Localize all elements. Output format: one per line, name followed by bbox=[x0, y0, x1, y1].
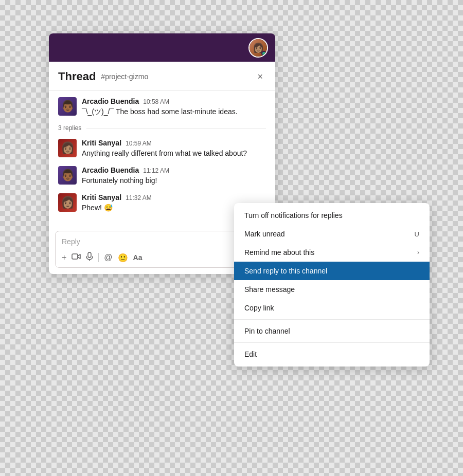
header-avatar[interactable]: 👩🏽 bbox=[248, 38, 268, 58]
mention-icon[interactable]: @ bbox=[104, 253, 112, 262]
message-reply-1: 👩🏽 Kriti Sanyal 10:59 AM Anything really… bbox=[58, 139, 266, 159]
menu-item-send-reply[interactable]: Send reply to this channel bbox=[234, 262, 430, 280]
close-button[interactable]: × bbox=[254, 70, 266, 83]
video-icon[interactable] bbox=[72, 253, 81, 262]
sender-name-reply-3: Kriti Sanyal bbox=[82, 193, 121, 202]
sender-name-1: Arcadio Buendia bbox=[82, 97, 139, 105]
message-text-reply-2: Fortunately nothing big! bbox=[82, 175, 266, 186]
message-meta-1: Arcadio Buendia 10:58 AM bbox=[82, 97, 266, 105]
replies-count: 3 replies bbox=[58, 124, 81, 132]
menu-item-pin[interactable]: Pin to channel bbox=[234, 322, 430, 340]
reply-toolbar: + @ 🙂 Aa bbox=[62, 250, 262, 263]
context-menu-divider-1 bbox=[234, 319, 430, 320]
context-menu: Turn off notifications for replies Mark … bbox=[234, 203, 430, 367]
message-meta-reply-1: Kriti Sanyal 10:59 AM bbox=[82, 139, 266, 147]
thread-title-bar: Thread #project-gizmo × bbox=[49, 62, 275, 91]
online-status-indicator bbox=[261, 51, 266, 56]
menu-item-share[interactable]: Share message bbox=[234, 280, 430, 299]
menu-label-copy-link: Copy link bbox=[244, 304, 274, 312]
message-meta-reply-3: Kriti Sanyal 11:32 AM bbox=[82, 193, 266, 202]
add-icon[interactable]: + bbox=[62, 253, 66, 262]
menu-label-notifications: Turn off notifications for replies bbox=[244, 211, 343, 219]
timestamp-reply-1: 10:59 AM bbox=[126, 140, 152, 147]
message-text-reply-1: Anything really different from what we t… bbox=[82, 148, 266, 159]
channel-name: #project-gizmo bbox=[101, 72, 254, 81]
avatar-face-kriti-1: 👩🏽 bbox=[61, 141, 75, 155]
sender-name-reply-2: Arcadio Buendia bbox=[82, 166, 139, 174]
menu-label-edit: Edit bbox=[244, 350, 257, 358]
emoji-icon[interactable]: 🙂 bbox=[118, 253, 128, 263]
menu-label-mark-unread: Mark unread bbox=[244, 230, 285, 238]
menu-label-send-reply: Send reply to this channel bbox=[244, 267, 327, 275]
message-reply-2: 👨🏾 Arcadio Buendia 11:12 AM Fortunately … bbox=[58, 166, 266, 186]
menu-item-edit[interactable]: Edit bbox=[234, 345, 430, 363]
menu-label-share: Share message bbox=[244, 285, 295, 294]
message-content-reply-1: Kriti Sanyal 10:59 AM Anything really di… bbox=[82, 139, 266, 159]
avatar-arcadio-1: 👨🏾 bbox=[58, 97, 77, 116]
thread-header-bar: 👩🏽 bbox=[49, 33, 275, 62]
sender-name-reply-1: Kriti Sanyal bbox=[82, 139, 121, 147]
chevron-right-icon: › bbox=[417, 249, 419, 256]
reply-placeholder[interactable]: Reply bbox=[62, 235, 262, 250]
avatar-face-kriti-2: 👩🏽 bbox=[61, 196, 75, 209]
microphone-icon[interactable] bbox=[86, 252, 93, 263]
avatar-face-arcadio-2: 👨🏾 bbox=[61, 169, 75, 182]
menu-item-mark-unread[interactable]: Mark unread U bbox=[234, 225, 430, 243]
menu-item-copy-link[interactable]: Copy link bbox=[234, 299, 430, 317]
message-text-1: ¯\_(ツ)_/¯ The boss had some last-minute … bbox=[82, 106, 266, 117]
message-meta-reply-2: Arcadio Buendia 11:12 AM bbox=[82, 166, 266, 174]
menu-item-notifications[interactable]: Turn off notifications for replies bbox=[234, 206, 430, 225]
timestamp-1: 10:58 AM bbox=[143, 98, 169, 105]
thread-title: Thread bbox=[58, 70, 96, 83]
shortcut-mark-unread: U bbox=[415, 230, 419, 238]
menu-item-remind[interactable]: Remind me about this › bbox=[234, 243, 430, 262]
timestamp-reply-2: 11:12 AM bbox=[143, 167, 169, 174]
timestamp-reply-3: 11:32 AM bbox=[126, 194, 152, 202]
format-icon[interactable]: Aa bbox=[133, 253, 143, 262]
menu-label-remind: Remind me about this bbox=[244, 248, 314, 257]
message-content-reply-2: Arcadio Buendia 11:12 AM Fortunately not… bbox=[82, 166, 266, 186]
toolbar-divider bbox=[98, 253, 99, 262]
replies-divider: 3 replies bbox=[58, 124, 266, 132]
menu-label-pin: Pin to channel bbox=[244, 327, 290, 335]
avatar-face-arcadio-1: 👨🏾 bbox=[61, 100, 75, 113]
avatar-kriti-2: 👩🏽 bbox=[58, 193, 77, 212]
avatar-kriti-1: 👩🏽 bbox=[58, 139, 77, 157]
avatar-arcadio-2: 👨🏾 bbox=[58, 166, 77, 185]
message-1: 👨🏾 Arcadio Buendia 10:58 AM ¯\_(ツ)_/¯ Th… bbox=[58, 97, 266, 117]
context-menu-divider-2 bbox=[234, 342, 430, 343]
svg-rect-1 bbox=[88, 252, 91, 258]
message-content-1: Arcadio Buendia 10:58 AM ¯\_(ツ)_/¯ The b… bbox=[82, 97, 266, 117]
svg-rect-0 bbox=[72, 254, 78, 259]
